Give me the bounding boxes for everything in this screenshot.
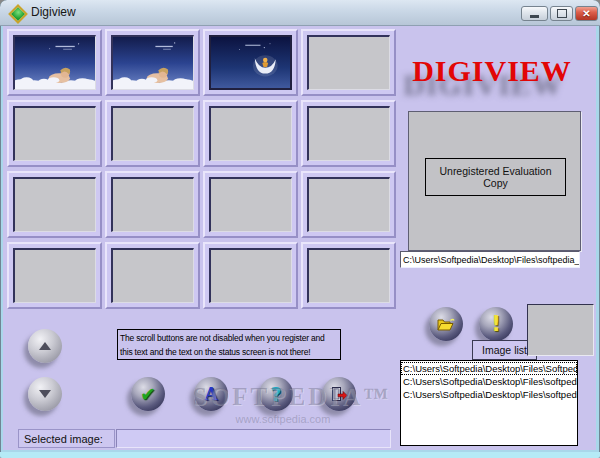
bubble-girl-image-2	[113, 37, 193, 89]
thumbnail-empty	[7, 100, 102, 167]
image-list-button[interactable]: !	[479, 307, 513, 341]
preview-box	[527, 304, 594, 356]
thumbnail-empty	[203, 242, 298, 309]
up-arrow-icon	[39, 342, 51, 350]
thumbnail-empty	[301, 171, 396, 238]
exit-button[interactable]	[322, 377, 356, 411]
digiview-window: Digiview ✕	[0, 0, 600, 458]
bubble-girl-image-1	[15, 37, 95, 89]
status-panel: Unregistered Evaluation Copy	[408, 111, 581, 251]
question-icon: ?	[270, 383, 281, 405]
thumbnail-empty	[301, 242, 396, 309]
registration-note: The scroll buttons are not disabled when…	[117, 329, 341, 360]
file-list-item[interactable]: C:\Users\Softpedia\Desktop\Files\softped…	[401, 375, 577, 388]
scroll-up-button[interactable]	[28, 329, 62, 363]
selected-image-label: Selected image:	[18, 429, 115, 448]
unregistered-box: Unregistered Evaluation Copy	[425, 158, 566, 196]
open-folder-button[interactable]	[429, 307, 463, 341]
scroll-down-button[interactable]	[28, 377, 62, 411]
thumbnail-empty	[105, 171, 200, 238]
open-folder-icon	[437, 317, 456, 332]
thumbnail-empty	[301, 29, 396, 96]
file-listbox[interactable]: C:\Users\Softpedia\Desktop\Files\Softped…	[400, 360, 578, 446]
about-button[interactable]: A	[194, 377, 228, 411]
thumbnail-empty	[7, 242, 102, 309]
note-line-1: The scroll buttons are not disabled when…	[120, 331, 338, 345]
thumbnail-empty	[7, 171, 102, 238]
file-list-item[interactable]: C:\Users\Softpedia\Desktop\Files\Softped…	[401, 362, 577, 375]
help-button[interactable]: ?	[259, 377, 293, 411]
ok-button[interactable]: ✔	[131, 377, 165, 411]
thumbnail-empty	[105, 242, 200, 309]
thumbnail-empty	[105, 100, 200, 167]
maximize-button[interactable]	[550, 6, 573, 21]
window-bottom-edge	[0, 452, 600, 458]
maximize-icon	[557, 9, 567, 18]
thumbnail-3-selected[interactable]	[203, 29, 298, 96]
window-title: Digiview	[31, 5, 76, 19]
watermark-subtitle: www.softpedia.com	[193, 413, 373, 425]
letter-a-icon: A	[204, 383, 218, 405]
check-icon: ✔	[140, 383, 156, 405]
moon-boat-image	[211, 37, 290, 88]
app-icon	[8, 4, 28, 24]
thumbnail-1[interactable]	[7, 29, 102, 96]
thumbnail-2[interactable]	[105, 29, 200, 96]
thumbnail-empty	[203, 100, 298, 167]
titlebar[interactable]: Digiview ✕	[0, 0, 600, 26]
minimize-button[interactable]	[521, 6, 548, 21]
close-icon: ✕	[582, 9, 590, 19]
minimize-icon	[530, 15, 539, 18]
thumbnail-empty	[301, 100, 396, 167]
note-line-2: this text and the text on the status scr…	[120, 345, 338, 359]
close-button[interactable]: ✕	[575, 6, 598, 21]
exit-door-icon	[331, 386, 348, 402]
down-arrow-icon	[39, 390, 51, 398]
client-area: DIGIVIEW Unregistered Evaluation Copy C:…	[3, 26, 596, 450]
selected-image-field[interactable]	[116, 429, 391, 448]
file-list-item[interactable]: C:\Users\Softpedia\Desktop\Files\softped…	[401, 388, 577, 401]
thumbnail-empty	[203, 171, 298, 238]
exclamation-icon: !	[491, 312, 501, 336]
path-display[interactable]: C:\Users\Softpedia\Desktop\Files\softped…	[400, 251, 580, 268]
thumbnail-grid	[7, 29, 396, 309]
digiview-logo: DIGIVIEW	[403, 54, 581, 88]
